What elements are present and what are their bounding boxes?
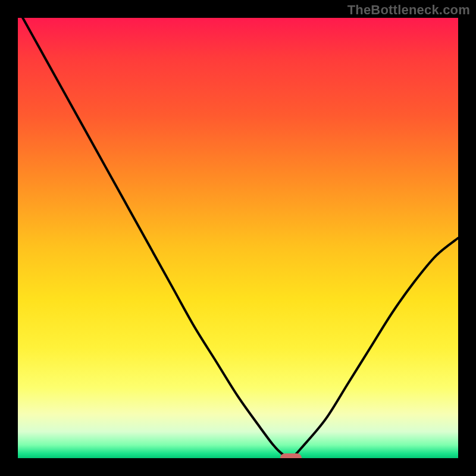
frame-bottom bbox=[0, 458, 476, 476]
chart-stage: TheBottleneck.com bbox=[0, 0, 476, 476]
frame-right bbox=[458, 0, 476, 476]
frame-left bbox=[0, 0, 18, 476]
optimal-marker bbox=[280, 453, 302, 458]
plot-area bbox=[18, 18, 458, 458]
watermark-text: TheBottleneck.com bbox=[347, 2, 470, 18]
bottleneck-curve bbox=[18, 18, 458, 458]
